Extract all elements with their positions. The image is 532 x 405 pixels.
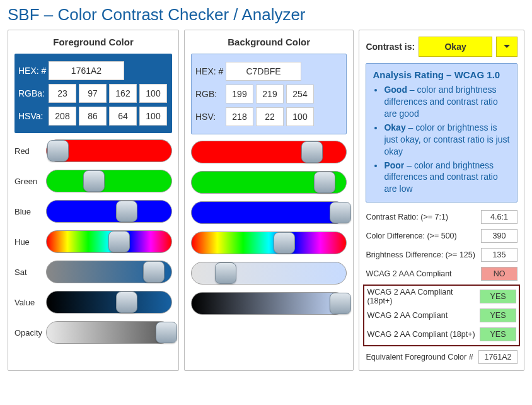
slider-thumb[interactable] <box>274 232 295 254</box>
slider-thumb[interactable] <box>330 202 351 223</box>
metric-label: WCAG 2 AA Compliant <box>367 311 448 320</box>
rating-okay: Okay – color or brightness is just okay,… <box>384 122 511 158</box>
bg-hex-input[interactable] <box>226 62 301 81</box>
bg-heading: Background Color <box>191 37 347 47</box>
metric-label: Equivalent Foreground Color # <box>366 353 473 361</box>
metric-value: 4.6:1 <box>481 210 518 224</box>
metric-label: Color Difference: (>= 500) <box>366 232 456 240</box>
fg-colorbox: HEX: # RGBa: HSVa: <box>14 54 172 133</box>
bg-green-slider[interactable] <box>191 171 347 194</box>
fg-blue-slider[interactable] <box>46 200 172 223</box>
slider-thumb[interactable] <box>314 172 335 193</box>
metric-wcag2-aaa: WCAG 2 AAA Compliant NO <box>366 264 518 283</box>
fg-r-input[interactable] <box>49 84 76 103</box>
chevron-down-icon <box>503 44 511 49</box>
fg-opacity-slider[interactable] <box>46 321 172 344</box>
metric-value: 1761A2 <box>478 350 518 364</box>
metric-value: YES <box>480 308 516 322</box>
metric-value: 135 <box>481 248 518 262</box>
fg-red-slider[interactable] <box>46 139 172 162</box>
fg-g-input[interactable] <box>79 84 107 103</box>
metric-wcag2-aaa-18: WCAG 2 AAA Compliant (18pt+) YES <box>367 287 516 306</box>
slider-thumb[interactable] <box>143 261 165 283</box>
fg-red-label: Red <box>14 146 46 156</box>
fg-val-label: Value <box>14 298 46 307</box>
foreground-panel: Foreground Color HEX: # RGBa: HSVa: Re <box>8 30 179 371</box>
bg-hsv-label: HSV: <box>194 112 226 122</box>
metric-contrast-ratio: Contrast Ratio: (>= 7:1) 4.6:1 <box>366 208 518 226</box>
fg-v-input[interactable] <box>109 107 137 126</box>
bg-hex-label: HEX: # <box>194 66 226 76</box>
metric-label: WCAG 2 AAA Compliant (18pt+) <box>367 288 480 305</box>
slider-thumb[interactable] <box>301 141 323 163</box>
metric-label: WCAG 2 AAA Compliant <box>366 269 451 278</box>
slider-thumb[interactable] <box>215 262 236 284</box>
fg-val-slider[interactable] <box>46 291 172 314</box>
metric-highlight-group: WCAG 2 AAA Compliant (18pt+) YES WCAG 2 … <box>363 285 520 346</box>
metric-value: NO <box>481 267 518 281</box>
slider-thumb[interactable] <box>156 322 177 343</box>
contrast-value: Okay <box>419 37 492 57</box>
background-panel: Background Color HEX: # RGB: HSV: <box>184 30 354 371</box>
metric-label: Brightness Difference: (>= 125) <box>366 250 475 259</box>
metric-value: YES <box>480 290 516 303</box>
rating-box: Analysis Rating – WCAG 1.0 Good – color … <box>366 63 518 202</box>
fg-rgb-label: RGBa: <box>17 88 49 98</box>
metric-wcag2-aa: WCAG 2 AA Compliant YES <box>367 306 516 325</box>
metric-brightness-diff: Brightness Difference: (>= 125) 135 <box>366 245 518 264</box>
slider-thumb[interactable] <box>116 291 137 313</box>
slider-thumb[interactable] <box>116 201 137 222</box>
fg-hsv-label: HSVa: <box>17 111 49 121</box>
rating-title: Analysis Rating – WCAG 1.0 <box>373 69 511 81</box>
fg-va-input[interactable] <box>139 107 167 126</box>
bg-b-input[interactable] <box>286 85 314 103</box>
metric-color-diff: Color Difference: (>= 500) 390 <box>366 226 518 245</box>
results-panel: Contrast is: Okay Analysis Rating – WCAG… <box>359 30 524 371</box>
fg-hex-label: HEX: # <box>17 66 49 76</box>
fg-hue-slider[interactable] <box>46 230 172 253</box>
bg-rgb-label: RGB: <box>194 89 226 99</box>
metric-label: WCAG 2 AA Compliant (18pt+) <box>367 330 475 339</box>
fg-h-input[interactable] <box>49 107 76 126</box>
slider-thumb[interactable] <box>47 140 69 161</box>
slider-thumb[interactable] <box>330 293 351 314</box>
bg-hue-slider[interactable] <box>191 232 347 254</box>
metric-wcag2-aa-18: WCAG 2 AA Compliant (18pt+) YES <box>367 325 516 344</box>
fg-s-input[interactable] <box>79 107 107 126</box>
bg-colorbox: HEX: # RGB: HSV: <box>191 54 347 134</box>
rating-poor: Poor – color and brightness differences … <box>384 160 511 196</box>
page-title: SBF – Color Contrast Checker / Analyzer <box>8 5 524 25</box>
slider-thumb[interactable] <box>108 231 130 252</box>
metric-equiv-fg: Equivalent Foreground Color # 1761A2 <box>366 348 518 367</box>
bg-h-input[interactable] <box>226 107 253 126</box>
fg-hex-input[interactable] <box>49 61 124 80</box>
bg-s-input[interactable] <box>256 107 284 126</box>
fg-hue-label: Hue <box>14 237 46 247</box>
bg-val-slider[interactable] <box>191 292 347 315</box>
fg-a-input[interactable] <box>139 84 167 103</box>
metric-value: 390 <box>481 229 518 243</box>
fg-blue-label: Blue <box>14 207 46 216</box>
fg-heading: Foreground Color <box>14 37 172 47</box>
metric-label: Contrast Ratio: (>= 7:1) <box>366 213 448 221</box>
fg-sat-slider[interactable] <box>46 261 172 283</box>
bg-blue-slider[interactable] <box>191 201 347 224</box>
fg-b-input[interactable] <box>109 84 137 103</box>
fg-op-label: Opacity <box>14 328 46 338</box>
fg-sat-label: Sat <box>14 267 46 277</box>
rating-good: Good – color and brightness differences … <box>384 84 511 120</box>
bg-v-input[interactable] <box>286 107 314 126</box>
fg-green-label: Green <box>14 177 46 186</box>
bg-r-input[interactable] <box>226 85 253 103</box>
slider-thumb[interactable] <box>83 170 105 192</box>
bg-g-input[interactable] <box>256 85 284 103</box>
bg-red-slider[interactable] <box>191 141 347 163</box>
fg-green-slider[interactable] <box>46 170 172 192</box>
contrast-label: Contrast is: <box>366 42 415 52</box>
bg-sat-slider[interactable] <box>191 262 347 285</box>
metric-value: YES <box>480 327 516 341</box>
contrast-dropdown[interactable] <box>496 37 518 57</box>
